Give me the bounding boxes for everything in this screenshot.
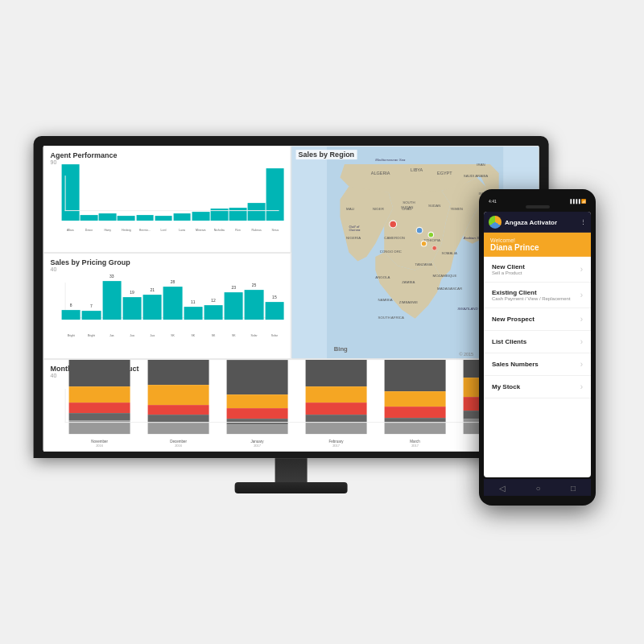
agent-label: Ron — [229, 229, 247, 238]
svg-text:IRAN: IRAN — [477, 163, 485, 167]
phone-screen: Angaza Activator ⋮ Welcome! Diana Prince… — [484, 212, 591, 477]
phone-menu-item[interactable]: Sales Numbers› — [484, 353, 591, 376]
pricing-label: SK — [225, 334, 243, 344]
monthly-year-label: 2016 — [62, 444, 138, 448]
phone-menu-item[interactable]: New ClientSell a Product› — [484, 257, 591, 283]
agent-label: Hermio... — [136, 229, 154, 238]
svg-text:EGYPT: EGYPT — [437, 171, 452, 175]
pricing-bar: 28 — [163, 287, 182, 320]
phone-logo-group: Angaza Activator — [489, 216, 557, 229]
agent-label: Draco — [80, 229, 98, 238]
phone-menu-item-title: My Stock — [492, 383, 520, 390]
stacked-bar — [69, 359, 130, 434]
svg-text:MADAGASCAR: MADAGASCAR — [437, 287, 462, 291]
bar-segment — [385, 423, 445, 434]
agent-bar — [155, 216, 172, 221]
svg-text:ANGOLA: ANGOLA — [375, 275, 390, 279]
monthly-year-label: 2017 — [299, 444, 374, 448]
pricing-bar: 21 — [143, 295, 162, 319]
phone-home-icon[interactable]: ○ — [535, 484, 540, 493]
bar-segment — [69, 414, 130, 421]
phone-menu-item-subtitle: Sell a Product — [492, 270, 525, 275]
monthly-label-container: November2016 — [62, 440, 138, 448]
monthly-label-container: March2017 — [378, 440, 453, 448]
pricing-bar: 12 — [204, 305, 222, 319]
pricing-bar: 23 — [225, 292, 243, 319]
agent-bar — [173, 213, 191, 221]
agent-axis-x-line — [65, 210, 279, 211]
bar-segment — [385, 359, 445, 391]
monthly-year-label: 2016 — [141, 444, 217, 448]
svg-text:NIGERIA: NIGERIA — [346, 236, 361, 240]
bar-segment — [385, 407, 445, 418]
phone-signal: ▐▐▐▐ 📶 — [568, 199, 586, 204]
phone-status-bar: 4:41 ▐▐▐▐ 📶 — [484, 197, 591, 205]
monthly-group — [62, 359, 138, 434]
phone-menu-icon[interactable]: ⋮ — [580, 219, 586, 225]
svg-text:Bing: Bing — [334, 345, 348, 353]
svg-text:MOZAMBIQUE: MOZAMBIQUE — [433, 274, 457, 278]
monthly-group — [220, 360, 295, 434]
svg-text:Mediterranean Sea: Mediterranean Sea — [375, 158, 406, 162]
svg-text:SWAZILAND: SWAZILAND — [457, 307, 478, 311]
agent-bar-labels: AlbusDracoHarryHedwigHermio...LordLunaMi… — [51, 227, 284, 238]
agent-label: Nicholas — [211, 229, 229, 238]
monitor-screen: Agent Performance 90 AlbusDracoHarryHedw… — [43, 146, 539, 452]
phone-menu-item-title: New Client — [492, 263, 525, 270]
phone-user-name: Diana Prince — [490, 243, 584, 252]
agent-chart-wrapper — [51, 163, 284, 227]
pricing-bar: 15 — [265, 302, 283, 320]
phone-menu-item[interactable]: New Prospect› — [484, 308, 591, 331]
svg-text:CONGO DRC: CONGO DRC — [380, 250, 402, 254]
phone-menu-item-content: New ClientSell a Product — [492, 263, 525, 275]
phone-menu-item[interactable]: Existing ClientCash Payment / View / Rep… — [484, 283, 591, 308]
monthly-bars — [62, 376, 532, 434]
bar-segment — [385, 391, 445, 407]
phone-time: 4:41 — [489, 199, 497, 204]
agent-bar — [192, 212, 209, 221]
bar-segment — [148, 385, 208, 406]
svg-text:SUDAN: SUDAN — [428, 204, 440, 208]
phone: 4:41 ▐▐▐▐ 📶 Angaza Activator ⋮ Welcome! … — [479, 189, 596, 506]
pricing-bar: 11 — [184, 307, 202, 320]
agent-performance-title: Agent Performance — [51, 151, 284, 159]
svg-text:SOUTH AFRICA: SOUTH AFRICA — [378, 316, 404, 320]
phone-recent-icon[interactable]: □ — [571, 484, 576, 493]
bar-segment — [306, 386, 366, 402]
pricing-bar: 19 — [122, 297, 141, 320]
svg-point-26 — [416, 227, 423, 233]
pricing-panel: Sales by Pricing Group 40 87331921281112… — [43, 253, 291, 360]
svg-text:ALGERIA: ALGERIA — [371, 171, 390, 175]
pricing-label: SK — [163, 334, 182, 344]
pricing-bar: 8 — [62, 310, 80, 320]
svg-point-25 — [390, 221, 397, 228]
agent-bar — [136, 215, 154, 221]
phone-back-icon[interactable]: ◁ — [499, 484, 506, 493]
monthly-group — [378, 359, 453, 434]
svg-text:SOUTHSUDAN: SOUTHSUDAN — [401, 200, 415, 208]
pricing-label: SK — [184, 334, 202, 344]
pricing-label: Jua — [122, 334, 141, 344]
svg-point-29 — [432, 246, 436, 250]
pricing-label: Solar — [265, 334, 283, 344]
monthly-year-label: 2017 — [220, 444, 295, 448]
bar-segment — [69, 402, 130, 414]
bar-segment — [227, 424, 287, 434]
svg-point-28 — [421, 241, 427, 246]
monthly-axis-y — [65, 389, 66, 423]
agent-label: Minerva — [192, 229, 209, 238]
bar-segment — [306, 422, 366, 434]
pricing-bar: 7 — [82, 311, 101, 319]
phone-menu-item[interactable]: My Stock› — [484, 376, 591, 398]
phone-app-header: Angaza Activator ⋮ — [484, 212, 591, 233]
svg-text:CAMEROON: CAMEROON — [384, 236, 405, 240]
sales-by-region-title: Sales by Region — [296, 150, 357, 159]
monthly-chart-wrapper — [51, 376, 532, 439]
monthly-group — [141, 359, 217, 434]
svg-text:© 2015: © 2015 — [459, 352, 473, 357]
agent-performance-panel: Agent Performance 90 AlbusDracoHarryHedw… — [43, 146, 291, 253]
pricing-bar: 25 — [245, 290, 263, 319]
phone-menu-item-title: Existing Client — [492, 289, 571, 296]
agent-label: Sirius — [266, 229, 284, 238]
phone-menu-item[interactable]: List Clients› — [484, 331, 591, 353]
